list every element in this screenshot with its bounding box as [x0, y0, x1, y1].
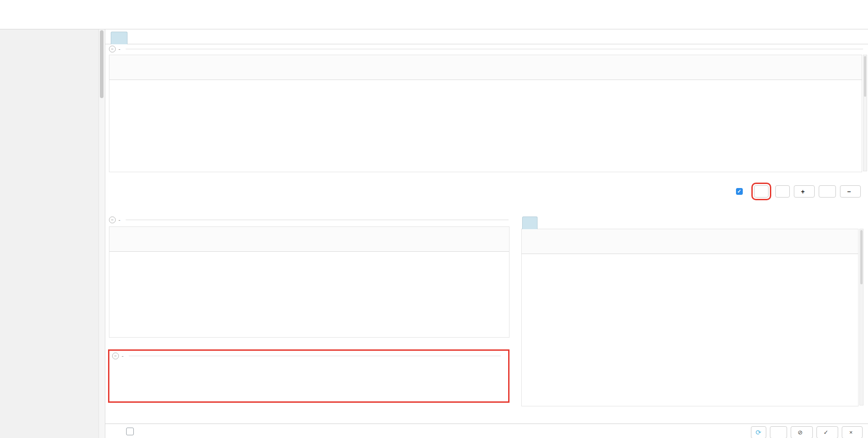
sidebar — [0, 29, 105, 438]
sidebar-scrollbar-thumb[interactable] — [100, 30, 104, 98]
close-doc-button[interactable] — [775, 185, 790, 198]
top-navigation — [0, 0, 868, 29]
open-filter-checkbox[interactable] — [736, 188, 745, 195]
close-icon: × — [849, 429, 853, 436]
sheet-group-caption: −- — [109, 217, 509, 223]
collapse-icon[interactable]: − — [109, 217, 116, 223]
add-button[interactable]: + — [794, 185, 815, 198]
cancel-button[interactable]: ⊘ — [791, 426, 813, 438]
inventory-table — [109, 55, 862, 172]
delete-button[interactable]: − — [840, 185, 861, 198]
sheet-table — [109, 226, 509, 338]
collapse-icon[interactable]: − — [112, 353, 119, 359]
minus-icon: − — [847, 188, 851, 195]
refresh-button[interactable]: ⟳ — [751, 426, 766, 438]
sku-table-header — [522, 229, 858, 254]
footer-buttons: ⟳ ⊘ ✓ × — [751, 426, 863, 438]
sku-table-scrollbar[interactable] — [859, 229, 863, 405]
document-tab-inventories[interactable] — [111, 32, 127, 44]
plus-icon: + — [801, 188, 805, 195]
main-area: −- + − −- — [105, 29, 868, 438]
inventory-table-scrollbar[interactable] — [863, 55, 867, 171]
sidebar-scrollbar[interactable] — [99, 29, 105, 438]
edit-button[interactable] — [819, 185, 836, 198]
print-forms-group: −- — [108, 349, 509, 403]
inventory-actions: + − — [736, 185, 861, 198]
ok-button[interactable]: ✓ — [816, 426, 839, 438]
adjust-on-form[interactable] — [126, 428, 138, 435]
inventory-group-caption: −- — [109, 46, 863, 52]
tabstrip-divider — [105, 44, 868, 44]
post-button[interactable] — [754, 185, 769, 198]
collapse-icon[interactable]: − — [109, 46, 116, 52]
tab-sku[interactable] — [522, 217, 538, 229]
sku-table — [521, 229, 859, 406]
cancel-icon: ⊘ — [798, 429, 803, 436]
adjust-checkbox[interactable] — [126, 428, 134, 435]
sheet-table-header — [109, 227, 509, 252]
refresh-icon: ⟳ — [755, 429, 761, 437]
close-button[interactable]: × — [842, 426, 863, 438]
check-icon: ✓ — [824, 429, 829, 436]
inventory-table-header — [109, 55, 862, 80]
print-forms-caption: −- — [112, 353, 501, 359]
open-filter-checkbox-box[interactable] — [736, 188, 743, 195]
save-button[interactable] — [770, 426, 787, 438]
footer-divider — [105, 424, 868, 424]
